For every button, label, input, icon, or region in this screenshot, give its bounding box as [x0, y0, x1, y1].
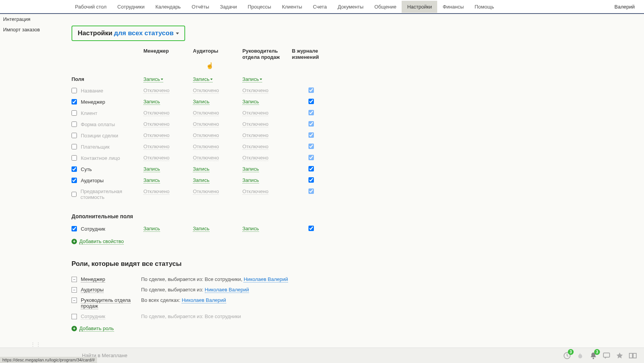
role-name-link[interactable]: Сотрудник: [81, 313, 105, 320]
field-checkbox[interactable]: [72, 155, 77, 161]
add-property-button[interactable]: + Добавить свойство: [72, 238, 124, 245]
journal-checkbox[interactable]: [308, 226, 314, 231]
permission-value[interactable]: Отключено: [242, 87, 268, 94]
permission-value[interactable]: Отключено: [193, 132, 219, 139]
permission-value[interactable]: Отключено: [193, 188, 219, 195]
journal-checkbox[interactable]: [308, 121, 314, 127]
permission-value[interactable]: Отключено: [242, 132, 268, 139]
permission-cell: Отключено: [242, 152, 292, 164]
journal-checkbox[interactable]: [308, 87, 314, 93]
field-checkbox[interactable]: [72, 144, 77, 149]
permission-value[interactable]: Отключено: [193, 110, 219, 116]
journal-checkbox[interactable]: [308, 166, 314, 171]
journal-checkbox[interactable]: [308, 144, 314, 149]
field-checkbox[interactable]: [72, 99, 77, 104]
journal-checkbox[interactable]: [308, 110, 314, 115]
permission-value[interactable]: Отключено: [242, 188, 268, 195]
role-name-link[interactable]: Менеджер: [81, 276, 105, 283]
journal-checkbox[interactable]: [308, 132, 314, 138]
role-name-link[interactable]: Руководитель отдела продаж: [81, 297, 131, 309]
permission-value[interactable]: Запись: [193, 226, 210, 232]
permission-value[interactable]: Запись: [193, 177, 210, 183]
nav-item[interactable]: Рабочий стол: [70, 1, 112, 13]
journal-checkbox[interactable]: [308, 155, 314, 160]
nav-item[interactable]: Счета: [308, 1, 332, 13]
permission-dropdown[interactable]: Запись: [242, 76, 262, 82]
user-link[interactable]: Николаев Валерий: [244, 276, 288, 283]
chat-icon[interactable]: [600, 349, 613, 362]
sidebar-item[interactable]: Импорт заказов: [0, 24, 68, 35]
permission-value[interactable]: Отключено: [143, 121, 169, 127]
nav-item[interactable]: Финансы: [437, 1, 469, 13]
nav-item[interactable]: Процессы: [242, 1, 277, 13]
permission-value[interactable]: Отключено: [242, 121, 268, 127]
role-toggle[interactable]: −: [72, 287, 77, 293]
favorites-icon[interactable]: [613, 349, 626, 362]
user-link[interactable]: Николаев Валерий: [205, 287, 249, 293]
sidebar-item[interactable]: Интеграция: [0, 14, 68, 24]
permission-value[interactable]: Запись: [143, 226, 160, 232]
permission-value[interactable]: Отключено: [143, 110, 169, 116]
nav-item[interactable]: Календарь: [150, 1, 186, 13]
permission-value[interactable]: Отключено: [143, 188, 169, 195]
fire-icon[interactable]: [574, 349, 587, 362]
nav-item[interactable]: Общение: [369, 1, 402, 13]
drag-handle-icon[interactable]: ⋮⋮: [30, 341, 41, 348]
permission-value[interactable]: Запись: [193, 99, 210, 105]
permission-value[interactable]: Отключено: [193, 155, 219, 161]
permission-value[interactable]: Отключено: [242, 110, 268, 116]
journal-cell: [292, 223, 331, 235]
role-toggle[interactable]: −: [72, 298, 77, 303]
nav-item[interactable]: Документы: [332, 1, 369, 13]
permission-value[interactable]: Запись: [242, 166, 259, 172]
settings-scope-dropdown[interactable]: Настройки для всех статусов ☝: [72, 26, 185, 41]
permission-value[interactable]: Отключено: [143, 144, 169, 150]
add-role-button[interactable]: + Добавить роль: [72, 325, 114, 332]
field-checkbox[interactable]: [72, 178, 77, 183]
permission-value[interactable]: Отключено: [143, 155, 169, 161]
permission-value[interactable]: Запись: [242, 226, 259, 232]
role-name-link[interactable]: Аудиторы: [81, 287, 104, 293]
journal-checkbox[interactable]: [308, 177, 314, 183]
field-checkbox[interactable]: [72, 133, 77, 138]
nav-item[interactable]: Клиенты: [276, 1, 307, 13]
permission-value[interactable]: Запись: [193, 166, 210, 172]
reminders-icon[interactable]: 3: [561, 349, 574, 362]
field-checkbox[interactable]: [72, 110, 77, 116]
permission-value[interactable]: Запись: [242, 177, 259, 183]
journal-checkbox[interactable]: [308, 188, 314, 194]
permission-value[interactable]: Запись: [143, 99, 160, 105]
nav-item[interactable]: Отчёты: [186, 1, 215, 13]
permission-value[interactable]: Отключено: [143, 87, 169, 94]
permission-value[interactable]: Запись: [242, 99, 259, 105]
user-link[interactable]: Николаев Валерий: [182, 297, 226, 303]
field-checkbox[interactable]: [72, 88, 77, 93]
role-toggle[interactable]: [72, 314, 77, 319]
journal-cell: [292, 119, 331, 130]
permission-value[interactable]: Запись: [143, 166, 160, 172]
nav-item[interactable]: Помощь: [469, 1, 499, 13]
role-row: −МенеджерПо сделке, выбирается из: Все с…: [72, 274, 458, 284]
permission-value[interactable]: Отключено: [193, 121, 219, 127]
nav-item[interactable]: Настройки: [402, 1, 437, 13]
field-checkbox[interactable]: [72, 166, 77, 172]
permission-value[interactable]: Отключено: [242, 155, 268, 161]
permission-value[interactable]: Отключено: [242, 144, 268, 150]
nav-item[interactable]: Задачи: [215, 1, 242, 13]
permission-value[interactable]: Запись: [143, 177, 160, 183]
permission-value[interactable]: Отключено: [193, 144, 219, 150]
field-checkbox[interactable]: [72, 226, 77, 231]
permission-dropdown[interactable]: Запись: [193, 76, 213, 82]
field-checkbox[interactable]: [72, 192, 77, 197]
roles-list: −МенеджерПо сделке, выбирается из: Все с…: [72, 274, 458, 322]
journal-checkbox[interactable]: [308, 99, 314, 104]
role-toggle[interactable]: −: [72, 277, 77, 282]
nav-item[interactable]: Сотрудники: [112, 1, 150, 13]
permission-value[interactable]: Отключено: [143, 132, 169, 139]
current-user[interactable]: Валерий: [609, 1, 640, 13]
notifications-icon[interactable]: 3: [587, 349, 600, 362]
book-icon[interactable]: [626, 349, 639, 362]
permission-dropdown[interactable]: Запись: [143, 76, 163, 82]
permission-value[interactable]: Отключено: [193, 87, 219, 94]
field-checkbox[interactable]: [72, 122, 77, 127]
